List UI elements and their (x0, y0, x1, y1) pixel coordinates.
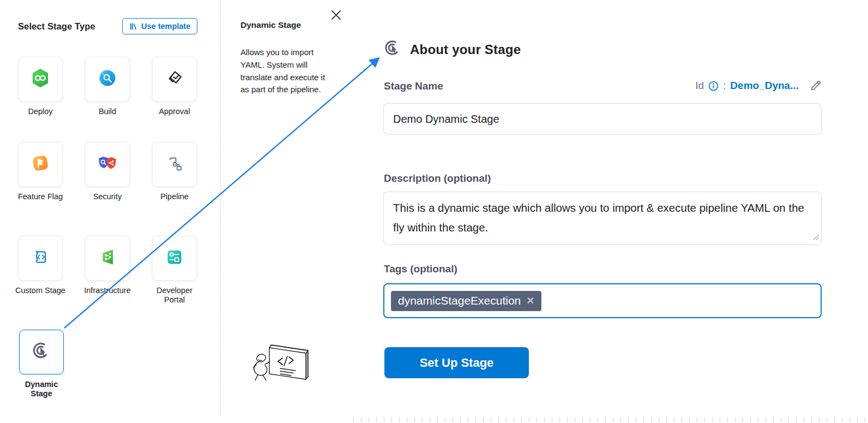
tags-label: Tags (optional) (384, 263, 457, 275)
stage-tile-build[interactable]: Build (85, 57, 130, 102)
description-input[interactable]: This is a dynamic stage which allows you… (383, 192, 822, 245)
stage-tile-custom-stage[interactable]: Custom Stage (18, 236, 63, 281)
stage-tile-feature-flag[interactable]: Feature Flag (18, 142, 63, 187)
stage-tile-label: Dynamic Stage (20, 380, 63, 398)
stage-tile-label: Custom Stage (12, 286, 69, 295)
resize-handle-icon[interactable] (813, 233, 819, 242)
use-template-button[interactable]: Use template (122, 18, 197, 34)
info-panel-description: Allows you to import YAML. System will t… (240, 46, 330, 96)
stage-tile-label: Build (79, 107, 136, 116)
stage-tile-label: Infrastructure (79, 286, 136, 295)
infrastructure-icon (97, 246, 118, 270)
tag-remove-icon[interactable]: ✕ (526, 296, 534, 306)
dynamic-stage-icon (382, 38, 403, 61)
build-icon (97, 67, 118, 91)
use-template-label: Use template (141, 22, 190, 31)
custom-stage-icon (29, 246, 51, 270)
info-icon[interactable] (708, 81, 719, 91)
approval-icon (164, 67, 185, 91)
stage-tile-label: Security (79, 192, 136, 201)
close-icon[interactable] (329, 8, 343, 22)
whiteboard-illustration-icon (250, 340, 318, 397)
stage-tile-security[interactable]: Security (85, 142, 130, 187)
stage-tile-label: Developer Portal (146, 286, 203, 305)
info-panel-title: Dynamic Stage (240, 20, 301, 30)
feature-flag-icon (29, 152, 51, 176)
developer-portal-icon (164, 246, 185, 270)
template-library-icon (129, 22, 137, 31)
stage-tile-label: Approval (146, 107, 203, 116)
stage-tile-deploy[interactable]: Deploy (18, 57, 63, 102)
stage-tile-dynamic-stage[interactable]: Dynamic Stage (19, 330, 64, 374)
edit-pencil-icon[interactable] (810, 80, 822, 92)
stage-name-input[interactable] (383, 103, 822, 135)
description-label: Description (optional) (384, 172, 491, 184)
stage-tile-infrastructure[interactable]: Infrastructure (85, 236, 130, 281)
pipeline-canvas-grid (353, 417, 868, 422)
stage-name-label: Stage Name (384, 80, 443, 92)
description-field-wrap: This is a dynamic stage which allows you… (383, 192, 822, 245)
panel-divider (220, 0, 221, 416)
stage-tile-label: Pipeline (146, 192, 203, 201)
stage-tile-approval[interactable]: Approval (152, 57, 197, 102)
tag-chip-text: dynamicStageExecution (398, 294, 521, 307)
stage-tile-label: Deploy (12, 107, 69, 116)
pipeline-icon (164, 152, 185, 176)
deploy-icon (29, 67, 52, 92)
set-up-stage-button[interactable]: Set Up Stage (384, 347, 529, 378)
stage-tile-developer-portal[interactable]: Developer Portal (152, 236, 197, 281)
security-icon (95, 152, 119, 176)
stage-tile-label: Feature Flag (12, 192, 69, 201)
stage-id-value[interactable]: Demo_Dyna... (730, 80, 799, 92)
stage-id-row: Id : Demo_Dyna... (643, 80, 822, 92)
page-title: Select Stage Type (18, 21, 95, 32)
stage-tile-pipeline[interactable]: Pipeline (152, 142, 197, 187)
tag-chip: dynamicStageExecution ✕ (391, 291, 541, 311)
tags-input[interactable]: dynamicStageExecution ✕ (383, 283, 822, 318)
dynamic-stage-icon (30, 339, 53, 365)
id-separator: : (723, 80, 726, 92)
form-title: About your Stage (410, 42, 521, 57)
id-label: Id (695, 80, 704, 92)
